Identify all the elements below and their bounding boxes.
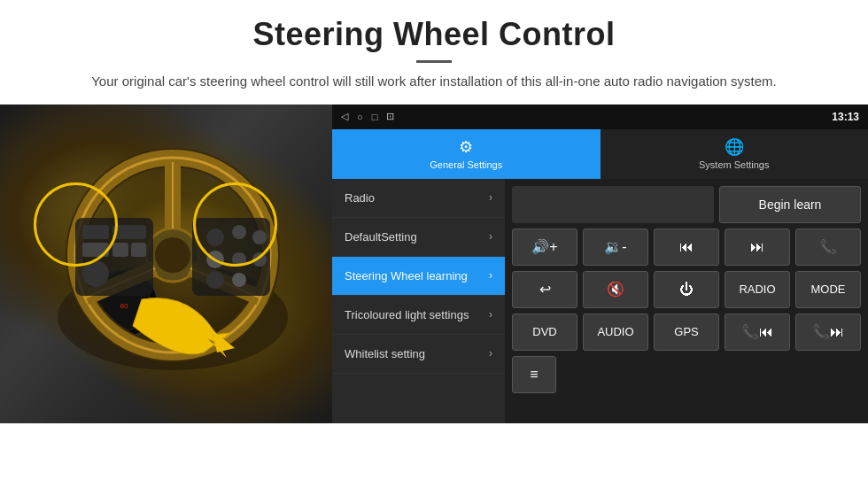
mode-button[interactable]: MODE [795,271,861,308]
header-section: Steering Wheel Control Your original car… [0,0,868,105]
subtitle-text: Your original car's steering wheel contr… [53,72,815,92]
controls-row-3: DVD AUDIO GPS 📞⏮ 📞⏭ [512,314,861,351]
content-area: Radio › DefaultSetting › Steering Wheel … [332,179,868,423]
hook-icon: ↩ [539,281,551,298]
next-call-button[interactable]: 📞⏭ [795,314,861,351]
vol-down-icon: 🔉- [604,238,626,255]
chevron-icon: › [489,269,492,282]
menu-item-tricoloured[interactable]: Tricoloured light settings › [332,296,505,335]
chevron-icon: › [489,191,492,204]
tab-system-label: System Settings [699,159,769,170]
highlight-left [34,182,118,267]
dvd-button[interactable]: DVD [512,314,577,351]
menu-tricoloured-label: Tricoloured light settings [345,308,469,321]
title-divider [416,60,452,63]
status-time: 13:13 [832,111,859,123]
prev-call-button[interactable]: 📞⏮ [725,314,790,351]
general-settings-icon: ⚙ [459,137,473,157]
vol-up-button[interactable]: 🔊+ [512,228,577,266]
next-track-button[interactable]: ⏭ [725,228,790,266]
next-call-icon: 📞⏭ [812,323,844,340]
controls-row-2: ↩ 🔇 ⏻ RADIO MODE [512,271,861,308]
nav-cast[interactable]: ⊡ [386,111,394,122]
page-title: Steering Wheel Control [53,16,815,53]
chevron-icon: › [489,230,492,243]
vol-down-button[interactable]: 🔉- [583,228,648,266]
status-bar: ◁ ○ □ ⊡ 13:13 [332,105,868,129]
audio-button[interactable]: AUDIO [583,314,648,351]
nav-back[interactable]: ◁ [341,111,348,122]
tab-system[interactable]: 🌐 System Settings [601,129,869,179]
phone-icon: 📞 [819,238,837,255]
top-row: Begin learn [512,186,861,223]
menu-steering-label: Steering Wheel learning [345,269,468,283]
prev-track-icon: ⏮ [679,239,694,255]
menu-item-whitelist[interactable]: Whitelist setting › [332,335,505,374]
nav-recent[interactable]: □ [372,112,378,122]
nav-home[interactable]: ○ [357,112,363,122]
begin-learn-button[interactable]: Begin learn [719,186,861,223]
highlight-right [193,182,277,267]
next-track-icon: ⏭ [750,239,764,255]
vol-up-icon: 🔊+ [531,238,557,255]
prev-call-icon: 📞⏮ [741,323,773,340]
key-display [512,186,714,223]
menu-item-radio[interactable]: Radio › [332,179,505,218]
arrow-svg [124,282,239,370]
mute-icon: 🔇 [607,281,624,298]
steering-wheel-image: 80 [0,105,332,423]
hamburger-icon: ≡ [530,367,538,383]
hook-button[interactable]: ↩ [512,271,577,308]
chevron-icon: › [489,308,492,321]
tab-general-label: General Settings [430,159,502,170]
menu-default-label: DefaultSetting [345,230,417,244]
right-controls: Begin learn 🔊+ 🔉- ⏮ ⏭ [505,179,868,423]
menu-item-steering[interactable]: Steering Wheel learning › [332,257,505,296]
main-content: 80 [0,105,868,423]
menu-item-default[interactable]: DefaultSetting › [332,218,505,257]
tab-bar: ⚙ General Settings 🌐 System Settings [332,129,868,179]
menu-radio-label: Radio [345,191,375,205]
svg-rect-20 [131,243,146,257]
chevron-icon: › [489,347,492,360]
menu-whitelist-label: Whitelist setting [345,347,425,360]
radio-button[interactable]: RADIO [725,271,790,308]
nav-buttons: ◁ ○ □ ⊡ [341,111,394,122]
right-panel: ◁ ○ □ ⊡ 13:13 ⚙ General Settings 🌐 Syste… [332,105,868,423]
power-icon: ⏻ [679,282,694,298]
prev-track-button[interactable]: ⏮ [654,228,719,266]
left-menu: Radio › DefaultSetting › Steering Wheel … [332,179,505,423]
power-button[interactable]: ⏻ [654,271,719,308]
menu-icon-button[interactable]: ≡ [512,356,556,393]
phone-button[interactable]: 📞 [795,228,861,266]
tab-general[interactable]: ⚙ General Settings [332,129,601,179]
bottom-icon-row: ≡ [512,356,861,393]
svg-rect-19 [112,243,128,257]
mute-button[interactable]: 🔇 [583,271,648,308]
svg-point-8 [155,237,190,273]
gps-button[interactable]: GPS [654,314,719,351]
system-settings-icon: 🌐 [725,137,744,157]
controls-row-1: 🔊+ 🔉- ⏮ ⏭ 📞 [512,228,861,266]
